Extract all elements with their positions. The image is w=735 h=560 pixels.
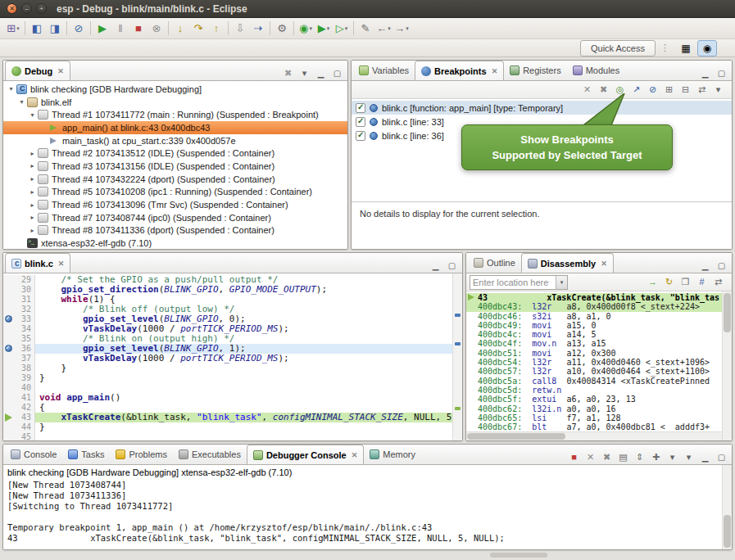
- tab-console[interactable]: Console: [5, 445, 62, 464]
- location-input[interactable]: Enter location here ▾: [470, 275, 568, 290]
- clear-console-button[interactable]: ▤: [615, 450, 631, 464]
- collapse-icon[interactable]: ▾: [7, 85, 16, 93]
- code-line[interactable]: 41void app_main(): [3, 393, 462, 403]
- minimize-button[interactable]: ▁: [697, 66, 713, 80]
- editor-annotation-ruler[interactable]: [3, 373, 15, 383]
- disassembly-row[interactable]: 400dbc4f: mov.n a13, a15: [466, 339, 732, 348]
- disassembly-row[interactable]: 400dbc5d: retw.n: [466, 386, 732, 395]
- resume-button[interactable]: ▶: [93, 20, 111, 38]
- show-opcodes-toggle[interactable]: #: [694, 275, 710, 289]
- editor-annotation-ruler[interactable]: [3, 344, 15, 354]
- debug-perspective-button[interactable]: ◉: [697, 40, 717, 56]
- disassembly-row[interactable]: 400dbc5f: extui a6, a0, 23, 13: [466, 395, 732, 404]
- suspend-button[interactable]: ‖: [111, 20, 129, 38]
- go-to-file-button[interactable]: ↗: [628, 83, 644, 97]
- editor-annotation-ruler[interactable]: [3, 364, 15, 373]
- minimize-button[interactable]: ▁: [697, 259, 713, 273]
- external-tools-button[interactable]: ▷▾: [333, 20, 351, 38]
- debug-tree-row[interactable]: ▾blink checking [GDB Hardware Debugging]: [3, 83, 347, 96]
- debug-tree-row[interactable]: app_main() at blink.c:43 0x400dbc43: [3, 121, 347, 134]
- debug-tree-row[interactable]: ▸Thread #2 1073413512 (IDLE) (Suspended …: [3, 147, 347, 160]
- tab-disassembly[interactable]: Disassembly✕: [521, 253, 614, 273]
- display-console-button[interactable]: ▾: [665, 450, 680, 464]
- collapse-icon[interactable]: ▾: [28, 111, 37, 119]
- skip-all-breakpoints-button[interactable]: ⊘: [70, 20, 88, 38]
- disassembly-row[interactable]: 400dbc65: lsi f7, a1, 128: [466, 413, 732, 422]
- editor-annotation-ruler[interactable]: [3, 295, 15, 305]
- expand-icon[interactable]: ▸: [28, 214, 37, 221]
- disassembly-row[interactable]: 400dbc51: movi a12, 0x300: [466, 349, 732, 358]
- disassembly-row[interactable]: 400dbc49: movi a15, 0: [466, 321, 732, 330]
- disassembly-content[interactable]: 43 xTaskCreate(&blink_task, "blink_tas40…: [466, 291, 732, 440]
- expand-icon[interactable]: ▸: [28, 150, 37, 157]
- bottom-scrollbar[interactable]: [490, 553, 547, 558]
- link-with-active-context-toggle[interactable]: ⇄: [710, 275, 726, 289]
- debug-tree-row[interactable]: ▸Thread #6 1073413096 (Tmr Svc) (Suspend…: [3, 198, 347, 211]
- tab-executables[interactable]: Executables: [173, 445, 247, 464]
- overview-breakpoint-tick[interactable]: [455, 314, 461, 317]
- tab-debugger-console[interactable]: Debugger Console✕: [247, 445, 364, 464]
- disassembly-row[interactable]: 400dbc4c: movi a14, 5: [466, 330, 732, 339]
- tab-variables[interactable]: Variables: [353, 61, 415, 80]
- disassembly-horizontal-scrollbar[interactable]: [466, 431, 722, 440]
- remove-all-launches-button[interactable]: ✖: [599, 450, 615, 464]
- tab-problems[interactable]: Problems: [110, 445, 172, 464]
- goto-pc-button[interactable]: →: [645, 275, 660, 289]
- disassembly-row[interactable]: 400dbc43: l32r a8, 0x400d00f8 <_stext+22…: [466, 302, 732, 311]
- save-button[interactable]: ◧: [28, 20, 46, 38]
- forward-button[interactable]: →▾: [392, 20, 411, 38]
- quick-access-button[interactable]: Quick Access: [580, 40, 656, 56]
- tab-blink-c[interactable]: blink.c✕: [5, 253, 70, 273]
- breakpoint-checkbox[interactable]: [356, 117, 365, 127]
- collapse-all-button[interactable]: ⊟: [678, 83, 693, 97]
- disassembly-row[interactable]: 400dbc46: s32i a8, a1, 0: [466, 312, 732, 321]
- disassembly-row[interactable]: 43 xTaskCreate(&blink_task, "blink_tas: [466, 293, 732, 302]
- breakpoints-view-menu-button[interactable]: ▾: [710, 83, 726, 97]
- editor-annotation-ruler[interactable]: [3, 275, 15, 285]
- back-button[interactable]: ←▾: [374, 20, 392, 38]
- code-line[interactable]: 44}: [3, 422, 462, 432]
- editor-annotation-ruler[interactable]: [3, 413, 15, 422]
- debug-tree-row[interactable]: ▸Thread #5 1073410208 (ipc1 : Running) (…: [3, 186, 347, 199]
- last-edit-location-button[interactable]: ✎: [356, 20, 374, 38]
- console-vertical-scrollbar[interactable]: [722, 465, 732, 549]
- disassembly-row[interactable]: 400dbc62: l32i.n a0, a0, 16: [466, 404, 732, 413]
- console-body[interactable]: blink checking [GDB Hardware Debugging] …: [3, 465, 732, 549]
- minimize-button[interactable]: ▁: [428, 259, 443, 273]
- link-with-debug-toggle[interactable]: ⇄: [694, 83, 710, 97]
- refresh-button[interactable]: ↻: [661, 275, 677, 289]
- tab-outline[interactable]: Outline: [468, 253, 521, 273]
- maximize-button[interactable]: ▢: [714, 259, 729, 273]
- step-return-button[interactable]: ↑: [207, 20, 225, 38]
- code-line[interactable]: 38 }: [3, 364, 462, 373]
- view-menu-button[interactable]: ▾: [297, 66, 312, 80]
- step-over-button[interactable]: ↷: [189, 20, 207, 38]
- code-line[interactable]: 37 vTaskDelay(1000 / portTICK_PERIOD_MS)…: [3, 354, 462, 364]
- window-maximize-button[interactable]: +: [36, 3, 47, 14]
- tab-registers[interactable]: Registers: [504, 61, 566, 80]
- code-line[interactable]: 43 xTaskCreate(&blink_task, "blink_task"…: [3, 413, 462, 422]
- drop-to-frame-button[interactable]: ⇩: [231, 20, 249, 38]
- expand-icon[interactable]: ▸: [28, 162, 37, 169]
- minimize-button[interactable]: ▁: [313, 66, 329, 80]
- tab-modules[interactable]: Modules: [567, 61, 626, 80]
- disassembly-vertical-scrollbar[interactable]: [722, 291, 732, 440]
- debug-tree-row[interactable]: main_task() at cpu_start.c:339 0x400d057…: [3, 134, 347, 147]
- disassembly-row[interactable]: 400dbc57: l32r a10, 0x400d0464 <_stext+1…: [466, 367, 732, 376]
- minimize-button[interactable]: ▁: [697, 450, 713, 464]
- code-editor[interactable]: 29 /* Set the GPIO as a push/pull output…: [3, 273, 462, 440]
- editor-annotation-ruler[interactable]: [3, 354, 15, 364]
- maximize-button[interactable]: ▢: [714, 450, 729, 464]
- tab-memory[interactable]: Memory: [364, 445, 421, 464]
- editor-annotation-ruler[interactable]: [3, 432, 15, 440]
- scroll-lock-toggle[interactable]: ⇕: [632, 450, 647, 464]
- terminate-console-button[interactable]: ■: [566, 450, 582, 464]
- close-icon[interactable]: ✕: [601, 260, 607, 268]
- window-minimize-button[interactable]: –: [21, 3, 32, 14]
- close-icon[interactable]: ✕: [58, 260, 65, 268]
- expand-icon[interactable]: ▸: [28, 175, 37, 183]
- expand-icon[interactable]: ▸: [28, 188, 37, 196]
- run-button[interactable]: ▶▾: [315, 20, 333, 38]
- collapse-icon[interactable]: ▾: [17, 98, 26, 106]
- code-line[interactable]: 39}: [3, 373, 462, 383]
